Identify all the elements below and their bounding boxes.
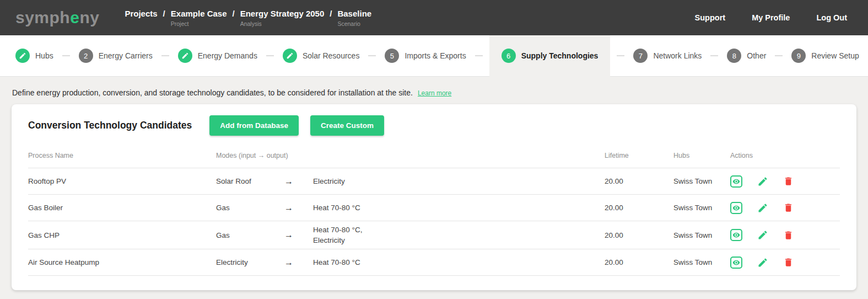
arrow-right-icon: → (284, 230, 313, 240)
step-network-links[interactable]: 7 Network Links (631, 49, 704, 63)
lifetime-value: 20.00 (605, 231, 673, 239)
step-label[interactable]: Imports & Exports (405, 51, 466, 60)
view-button[interactable] (730, 257, 742, 269)
step-label[interactable]: Solar Resources (303, 51, 360, 60)
hubs-value: Swiss Town (673, 177, 730, 185)
process-name: Rooftop PV (28, 177, 216, 185)
step-label[interactable]: Supply Technologies (521, 51, 599, 60)
step-completed-circle (283, 49, 297, 63)
breadcrumb-item-analysis[interactable]: Energy Strategy 2050 Analysis (240, 8, 325, 28)
step-supply-technologies[interactable]: 6 Supply Technologies (489, 35, 611, 76)
breadcrumb-sublabel: Scenario (337, 20, 371, 28)
delete-button[interactable] (783, 176, 794, 186)
mode-input: Solar Roof (216, 177, 284, 185)
step-review-setup[interactable]: 9 Review Setup (789, 49, 861, 63)
hubs-value: Swiss Town (673, 258, 730, 266)
arrow-right-icon: → (284, 203, 313, 213)
step-other[interactable]: 8 Other (725, 49, 768, 63)
view-button[interactable] (730, 202, 742, 214)
column-hubs: Hubs (673, 152, 730, 159)
breadcrumb: Projects / Example Case Project / Energy… (125, 8, 371, 28)
breadcrumb-label[interactable]: Baseline (337, 8, 371, 19)
step-solar-resources[interactable]: Solar Resources (281, 49, 362, 63)
step-energy-carriers[interactable]: 2 Energy Carriers (77, 49, 155, 63)
delete-button[interactable] (783, 230, 794, 241)
nav-log-out[interactable]: Log Out (816, 13, 847, 22)
breadcrumb-item-project[interactable]: Example Case Project (171, 8, 227, 28)
nav-my-profile[interactable]: My Profile (752, 13, 790, 22)
pencil-icon (19, 52, 26, 60)
step-label[interactable]: Other (747, 51, 766, 60)
view-button[interactable] (730, 175, 742, 188)
page-description: Define energy production, conversion, an… (0, 77, 868, 97)
breadcrumb-sublabel: Analysis (240, 20, 325, 28)
learn-more-link[interactable]: Learn more (418, 89, 451, 97)
edit-button[interactable] (757, 176, 768, 187)
step-label[interactable]: Network Links (653, 51, 702, 60)
row-actions (730, 202, 840, 214)
mode-output: Heat 70-80 °C (313, 202, 605, 213)
top-header-bar: sympheny Projects / Example Case Project… (0, 0, 868, 35)
trash-icon (783, 202, 794, 213)
step-label[interactable]: Energy Demands (198, 51, 257, 60)
card-title: Conversion Technology Candidates (28, 120, 192, 131)
edit-button[interactable] (757, 257, 768, 268)
process-name: Air Source Heatpump (28, 258, 216, 266)
add-from-database-button[interactable]: Add from Database (209, 115, 299, 136)
breadcrumb-label[interactable]: Projects (125, 8, 157, 19)
breadcrumb-item-scenario[interactable]: Baseline Scenario (337, 8, 371, 28)
step-imports-exports[interactable]: 5 Imports & Exports (382, 49, 468, 63)
breadcrumb-label[interactable]: Example Case (171, 8, 227, 19)
breadcrumb-sublabel (125, 20, 157, 28)
lifetime-value: 20.00 (605, 258, 673, 266)
delete-button[interactable] (783, 257, 794, 268)
nav-support[interactable]: Support (695, 13, 726, 22)
column-modes: Modes (input → output) (216, 152, 605, 159)
step-hubs[interactable]: Hubs (13, 49, 56, 63)
step-connector (475, 55, 483, 56)
step-number: 9 (797, 52, 801, 60)
step-energy-demands[interactable]: Energy Demands (176, 49, 260, 63)
breadcrumb-separator: / (330, 8, 332, 19)
process-name: Gas Boiler (28, 204, 216, 212)
step-connector (62, 55, 70, 56)
logo-suffix: ny (79, 8, 99, 26)
step-number-circle: 9 (791, 49, 806, 63)
column-process-name: Process Name (28, 152, 216, 159)
top-nav: Support My Profile Log Out (695, 13, 847, 22)
step-number-circle: 7 (633, 49, 648, 63)
breadcrumb-separator: / (163, 8, 165, 19)
mode-input: Electricity (216, 258, 284, 266)
step-number: 6 (506, 52, 510, 60)
step-label[interactable]: Review Setup (811, 51, 859, 60)
breadcrumb-item-projects[interactable]: Projects (125, 8, 157, 28)
edit-button[interactable] (757, 229, 768, 241)
step-connector (368, 55, 376, 56)
view-button[interactable] (730, 229, 742, 241)
mode-input: Gas (216, 231, 284, 239)
table-bottom-divider (28, 275, 840, 276)
breadcrumb-separator: / (233, 8, 235, 19)
conversion-technology-card: Conversion Technology Candidates Add fro… (12, 104, 856, 290)
lifetime-value: 20.00 (605, 204, 673, 212)
step-completed-circle (15, 49, 30, 63)
create-custom-button[interactable]: Create Custom (310, 115, 384, 136)
step-connector (710, 55, 718, 56)
row-actions (730, 229, 840, 241)
step-number-circle: 6 (502, 49, 516, 63)
step-label[interactable]: Energy Carriers (99, 51, 153, 60)
edit-button[interactable] (757, 202, 768, 213)
step-label[interactable]: Hubs (35, 51, 53, 60)
mode-output: Heat 70-80 °C (313, 257, 605, 268)
step-number-circle: 5 (385, 49, 399, 63)
step-connector (161, 55, 169, 56)
trash-icon (783, 257, 794, 268)
breadcrumb-label[interactable]: Energy Strategy 2050 (240, 8, 325, 19)
hubs-value: Swiss Town (673, 204, 730, 212)
column-actions: Actions (730, 152, 840, 159)
delete-button[interactable] (783, 202, 794, 213)
conversion-technology-table: Process Name Modes (input → output) Life… (28, 143, 840, 276)
step-number: 5 (390, 52, 394, 60)
table-row: Air Source Heatpump Electricity → Heat 7… (28, 249, 840, 275)
sympheny-logo[interactable]: sympheny (15, 9, 99, 26)
